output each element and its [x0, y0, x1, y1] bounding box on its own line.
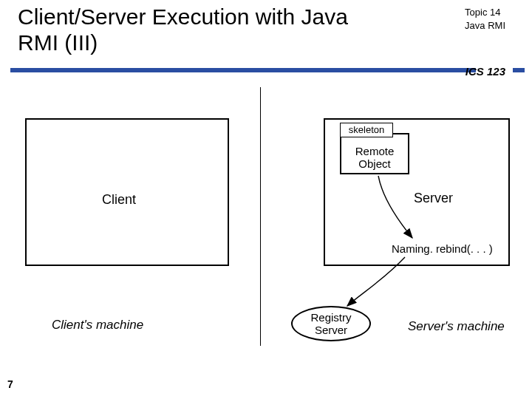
topic-line-1: Topic 14 — [465, 6, 505, 19]
slide: Client/Server Execution with Java RMI (I… — [0, 0, 532, 399]
remote-object-line1: Remote — [341, 145, 408, 157]
page-number: 7 — [7, 378, 13, 390]
registry-ellipse: Registry Server — [291, 306, 371, 341]
skeleton-box: skeleton — [340, 123, 393, 137]
server-label: Server — [414, 191, 453, 206]
divider-blue-long — [10, 68, 476, 72]
topic-block: Topic 14 Java RMI — [465, 6, 505, 32]
divider-blue-short — [513, 68, 525, 72]
naming-call-label: Naming. rebind(. . . ) — [392, 242, 493, 255]
topic-line-2: Java RMI — [465, 19, 505, 33]
client-machine-label: Client's machine — [52, 318, 143, 332]
client-label: Client — [102, 192, 136, 208]
remote-object-line2: Object — [341, 157, 408, 170]
registry-line1: Registry — [293, 312, 369, 324]
course-code: ICS 123 — [466, 65, 505, 78]
page-title: Client/Server Execution with Java RMI (I… — [18, 4, 387, 55]
server-machine-label: Server's machine — [408, 319, 505, 334]
center-divider — [260, 87, 261, 346]
registry-line2: Server — [293, 324, 369, 337]
remote-object-box: Remote Object — [340, 133, 409, 174]
